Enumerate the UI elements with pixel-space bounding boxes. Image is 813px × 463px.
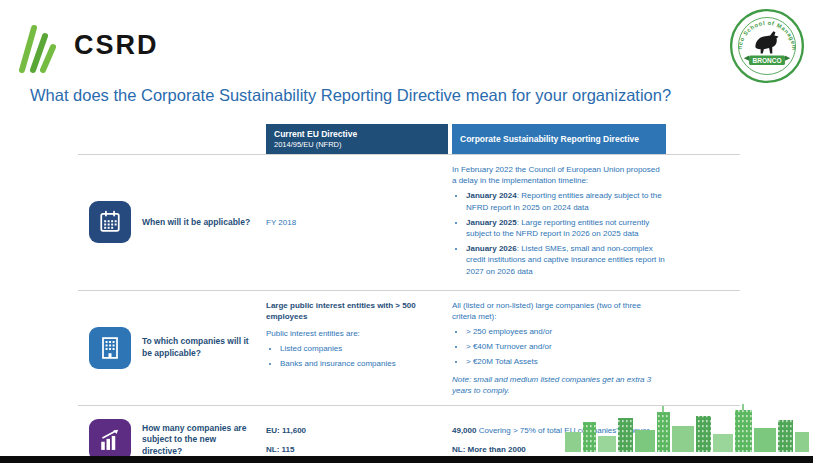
list-item: January 2025: Large reporting entities n… bbox=[466, 217, 666, 239]
current-directive-cell: Large public interest entities with > 50… bbox=[266, 300, 452, 374]
column-title: Current EU Directive bbox=[274, 129, 440, 139]
csrd-note: Note: small and medium listed companies … bbox=[452, 374, 666, 396]
list-item: January 2024: Reporting entities already… bbox=[466, 190, 666, 212]
footer-bar bbox=[0, 456, 813, 463]
column-title: Corporate Sustainability Reporting Direc… bbox=[460, 134, 658, 144]
row-label: When will it be applicable? bbox=[142, 217, 266, 228]
column-header-csrd: Corporate Sustainability Reporting Direc… bbox=[452, 124, 666, 154]
list-item: Banks and insurance companies bbox=[280, 358, 444, 369]
csrd-criteria-list: > 250 employees and/or > €40M Turnover a… bbox=[466, 326, 666, 368]
current-nl-count: NL: 115 bbox=[266, 444, 444, 455]
city-skyline-graphic bbox=[561, 404, 813, 456]
slide-question: What does the Corporate Sustainability R… bbox=[30, 86, 802, 105]
building-icon bbox=[89, 327, 131, 369]
brand-logo-icon bbox=[12, 20, 58, 78]
csrd-cell: All (listed or non-listed) large compani… bbox=[452, 300, 740, 396]
row-label: How many companies are subject to the ne… bbox=[142, 423, 266, 457]
current-eu-count: EU: 11,600 bbox=[266, 425, 444, 436]
list-item: > 250 employees and/or bbox=[466, 326, 666, 337]
calendar-icon bbox=[89, 201, 131, 243]
current-value: FY 2018 bbox=[266, 218, 296, 227]
list-item: > €20M Total Assets bbox=[466, 356, 666, 367]
csrd-timeline-list: January 2024: Reporting entities already… bbox=[466, 190, 666, 276]
current-lead: Large public interest entities with > 50… bbox=[266, 300, 444, 322]
slide: CSRD Bronco School of Management BRONCO … bbox=[0, 0, 813, 463]
page-title: CSRD bbox=[74, 30, 159, 61]
row-label: To which companies will it be applicable… bbox=[142, 336, 266, 359]
table-header-row: Current EU Directive 2014/95/EU (NFRD) C… bbox=[78, 124, 740, 154]
csrd-intro: In February 2022 the Council of European… bbox=[452, 164, 666, 186]
bar-chart-growth-icon bbox=[89, 419, 131, 461]
bronco-seal-logo: Bronco School of Management BRONCO bbox=[729, 8, 805, 88]
list-item: January 2026: Listed SMEs, small and non… bbox=[466, 243, 666, 277]
current-directive-cell: FY 2018 bbox=[266, 217, 452, 228]
list-item: > €40M Turnover and/or bbox=[466, 341, 666, 352]
column-header-current-directive: Current EU Directive 2014/95/EU (NFRD) bbox=[266, 124, 448, 154]
table-row-which-companies: To which companies will it be applicable… bbox=[78, 290, 740, 405]
current-directive-cell: EU: 11,600 NL: 115 bbox=[266, 425, 452, 454]
list-item: Listed companies bbox=[280, 343, 444, 354]
column-subtitle: 2014/95/EU (NFRD) bbox=[274, 140, 440, 149]
current-intro: Public interest entities are: bbox=[266, 328, 444, 339]
seal-banner-text: BRONCO bbox=[752, 57, 781, 64]
current-list: Listed companies Banks and insurance com… bbox=[280, 343, 444, 369]
csrd-cell: In February 2022 the Council of European… bbox=[452, 164, 740, 281]
csrd-intro: All (listed or non-listed) large compani… bbox=[452, 300, 666, 322]
table-row-when-applicable: When will it be applicable? FY 2018 In F… bbox=[78, 154, 740, 290]
